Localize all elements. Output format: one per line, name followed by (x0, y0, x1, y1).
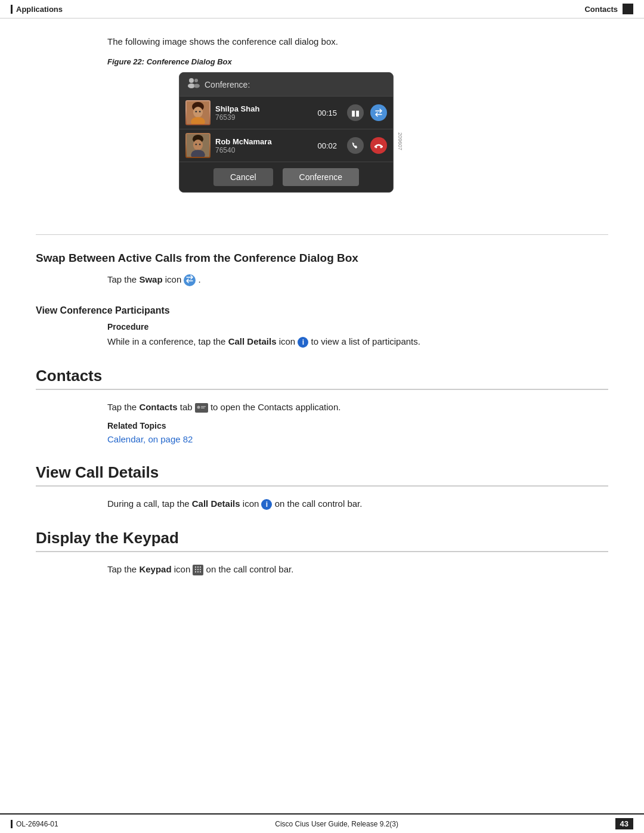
svg-point-29 (195, 571, 196, 572)
view-participants-body: While in a conference, tap the Call Deta… (107, 336, 608, 348)
svg-point-31 (200, 571, 201, 572)
svg-point-3 (194, 84, 200, 88)
view-participants-bold: Call Details (228, 336, 277, 346)
header-right-label: Contacts (584, 5, 618, 14)
call-details-icon-1: i (298, 337, 308, 348)
shilpa-name: Shilpa Shah (215, 104, 312, 113)
svg-point-2 (194, 79, 198, 82)
keypad-suffix: on the call control bar. (206, 564, 294, 574)
svg-point-28 (200, 569, 201, 570)
shilpa-time: 00:15 (317, 109, 337, 117)
procedure-label: Procedure (107, 322, 608, 332)
rob-name: Rob McNamara (215, 137, 312, 146)
view-call-mid: icon (240, 498, 259, 509)
conference-dialog: Conference: (179, 72, 394, 193)
keypad-prefix: Tap the (107, 564, 139, 574)
keypad-bold: Keypad (139, 564, 171, 574)
page-footer: OL-26946-01 Cisco Cius User Guide, Relea… (0, 813, 644, 833)
footer-page-number: 43 (615, 818, 633, 829)
header-right-block (623, 4, 633, 14)
svg-point-19 (197, 406, 200, 409)
shilpa-ext: 76539 (215, 113, 312, 122)
contacts-suffix: to open the Contacts application. (210, 402, 340, 412)
svg-point-30 (197, 571, 199, 572)
swap-icon (184, 274, 196, 286)
view-call-prefix: During a call, tap the (107, 498, 192, 509)
contacts-link-para: Calendar, on page 82 (107, 434, 608, 444)
rob-ringing-btn (347, 137, 364, 154)
swap-body: Tap the Swap icon . (107, 274, 608, 286)
svg-point-26 (195, 569, 196, 570)
view-call-heading: View Call Details (36, 463, 608, 487)
keypad-section: Display the Keypad Tap the Keypad icon o (36, 529, 608, 575)
swap-section: Swap Between Active Calls from the Confe… (36, 252, 608, 286)
conf-header-text: Conference: (205, 80, 250, 89)
cancel-button[interactable]: Cancel (213, 168, 273, 186)
swap-text-suffix: icon (163, 274, 182, 284)
view-call-body: During a call, tap the Call Details icon… (107, 498, 608, 510)
page-header: Applications Contacts (0, 0, 644, 18)
header-left-label: Applications (11, 5, 63, 14)
contacts-mid: tab (178, 402, 193, 412)
conf-dialog-footer: Cancel Conference (179, 162, 393, 192)
footer-doc-number: OL-26946-01 (11, 820, 58, 828)
conference-dialog-container: Conference: (107, 72, 394, 210)
contacts-prefix: Tap the (107, 402, 139, 412)
svg-point-6 (193, 107, 203, 117)
keypad-heading: Display the Keypad (36, 529, 608, 552)
keypad-icon (193, 565, 203, 575)
avatar-rob (185, 133, 210, 158)
svg-point-15 (199, 144, 201, 145)
section-divider-1 (36, 234, 608, 235)
related-topics-label: Related Topics (107, 421, 608, 431)
svg-rect-20 (201, 406, 206, 407)
svg-point-17 (380, 147, 382, 148)
keypad-body: Tap the Keypad icon on the call control … (107, 564, 608, 575)
rob-name-block: Rob McNamara 76540 (215, 137, 312, 154)
view-call-suffix: on the call control bar. (275, 498, 363, 509)
rob-ext: 76540 (215, 146, 312, 154)
svg-point-14 (195, 144, 197, 145)
shilpa-pause-btn[interactable]: ▮▮ (347, 104, 364, 121)
view-participants-section: View Conference Participants Procedure W… (36, 305, 608, 348)
shilpa-swap-btn[interactable] (370, 104, 387, 121)
keypad-mid: icon (172, 564, 191, 574)
svg-point-23 (195, 566, 196, 568)
svg-rect-21 (201, 408, 205, 409)
svg-point-8 (195, 111, 197, 113)
svg-point-24 (197, 566, 199, 568)
swap-text-prefix: Tap the (107, 274, 139, 284)
call-details-icon-2: i (261, 499, 272, 510)
svg-point-12 (193, 140, 203, 150)
contacts-section: Contacts Tap the Contacts tab to open th… (36, 367, 608, 444)
rob-endcall-btn[interactable] (370, 137, 387, 154)
contacts-tab-icon (195, 403, 208, 413)
conference-button[interactable]: Conference (283, 168, 359, 186)
svg-point-9 (199, 111, 201, 113)
view-participants-mid: icon (277, 336, 296, 346)
svg-point-27 (197, 569, 199, 570)
conf-row-shilpa: Shilpa Shah 76539 00:15 ▮▮ (179, 96, 393, 129)
swap-bold-word: Swap (139, 274, 162, 284)
shilpa-name-block: Shilpa Shah 76539 (215, 104, 312, 122)
view-participants-prefix: While in a conference, tap the (107, 336, 228, 346)
conf-row-rob: Rob McNamara 76540 00:02 (179, 129, 393, 162)
calendar-link[interactable]: Calendar, on page 82 (107, 434, 193, 444)
conf-dialog-header: Conference: (179, 73, 393, 96)
conference-people-icon (187, 78, 200, 91)
intro-paragraph: The following image shows the conference… (107, 36, 608, 47)
rob-time: 00:02 (317, 141, 337, 150)
svg-point-0 (189, 78, 194, 83)
contacts-body: Tap the Contacts tab to open the Contact… (107, 402, 608, 413)
footer-guide-title: Cisco Cius User Guide, Release 9.2(3) (275, 820, 398, 828)
contacts-bold: Contacts (139, 402, 177, 412)
view-call-bold: Call Details (192, 498, 240, 509)
svg-point-25 (200, 566, 201, 568)
figure-number: 209607 (397, 132, 403, 150)
svg-point-16 (376, 147, 377, 148)
main-content: The following image shows the conference… (0, 18, 644, 642)
view-participants-heading: View Conference Participants (36, 305, 608, 316)
view-participants-end: to view a list of participants. (311, 336, 420, 346)
view-call-section: View Call Details During a call, tap the… (36, 463, 608, 510)
swap-heading: Swap Between Active Calls from the Confe… (36, 252, 608, 265)
